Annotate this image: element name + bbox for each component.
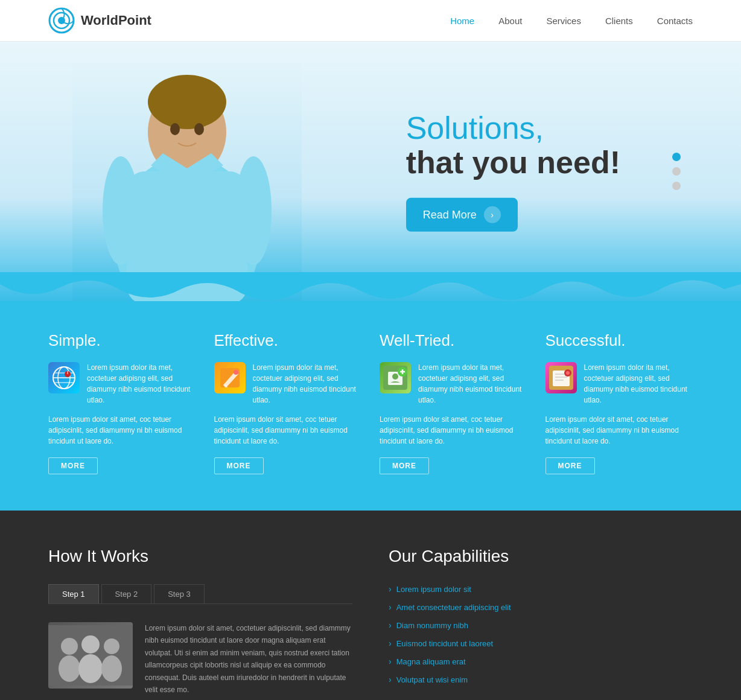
main-nav: Home About Services Clients Contacts <box>450 16 693 26</box>
bottom-section: How It Works Step 1 Step 2 Step 3 <box>0 511 741 700</box>
read-more-label: Read More <box>423 209 477 221</box>
svg-point-37 <box>101 655 122 682</box>
nav-about[interactable]: About <box>498 16 522 26</box>
arrow-icon-5: › <box>389 657 392 666</box>
how-it-works: How It Works Step 1 Step 2 Step 3 <box>48 547 352 696</box>
brush-icon <box>214 362 246 393</box>
step-content: Lorem ipsum dolor sit amet, coctetuer ad… <box>48 622 352 696</box>
cap-link-5[interactable]: Magna aliquam erat <box>396 657 466 666</box>
capabilities: Our Capabilities › Lorem ipsum dolor sit… <box>389 547 693 696</box>
hero-tear <box>0 272 741 301</box>
features-grid: Simple. Lorem ipsum dolor ita met, cocte… <box>48 331 693 474</box>
man-svg <box>91 54 284 301</box>
hero-illustration <box>72 54 302 301</box>
globe-icon <box>48 362 80 393</box>
dot-2[interactable] <box>672 167 681 176</box>
hero-title-sub: that you need! <box>406 145 620 180</box>
feature-text-4: Lorem ipsum dolor ita met, coctetuer adi… <box>584 362 693 406</box>
svg-point-32 <box>61 638 78 655</box>
feature-effective: Effective. Lorem ipsum dolor ita met, co… <box>214 331 362 474</box>
feature-title-4: Successful. <box>545 331 693 350</box>
cap-link-3[interactable]: Diam nonummy nibh <box>396 621 468 630</box>
capabilities-list: › Lorem ipsum dolor sit › Amet consectet… <box>389 584 693 684</box>
arrow-icon-6: › <box>389 675 392 684</box>
nav-contacts[interactable]: Contacts <box>657 16 693 26</box>
svg-point-7 <box>170 123 180 135</box>
cap-item-5: › Magna aliquam erat <box>389 657 693 666</box>
arrow-icon-3: › <box>389 620 392 630</box>
slider-dots <box>672 153 681 190</box>
dot-1[interactable] <box>672 153 681 161</box>
hero-content: Solutions, that you need! Read More › <box>406 111 620 232</box>
capabilities-title: Our Capabilities <box>389 547 693 566</box>
cap-item-1: › Lorem ipsum dolor sit <box>389 584 693 594</box>
feature-text-2: Lorem ipsum dolor ita met, coctetuer adi… <box>253 362 362 406</box>
hero-title-solutions: Solutions, <box>406 111 620 145</box>
step-tab-3[interactable]: Step 3 <box>154 584 205 603</box>
site-header: WorldPoint Home About Services Clients C… <box>0 0 741 42</box>
read-more-button[interactable]: Read More › <box>406 198 518 232</box>
chart-icon <box>545 362 577 393</box>
feature-text-3: Lorem ipsum dolor ita met, coctetuer adi… <box>418 362 527 406</box>
feature-text-1: Lorem ipsum dolor ita met, coctetuer adi… <box>87 362 196 406</box>
user-icon <box>380 362 411 393</box>
feature-title-1: Simple. <box>48 331 196 350</box>
nav-clients[interactable]: Clients <box>605 16 633 26</box>
arrow-icon-1: › <box>389 584 392 594</box>
svg-point-22 <box>392 374 398 380</box>
svg-point-11 <box>235 156 272 265</box>
cap-link-4[interactable]: Euismod tincidunt ut laoreet <box>396 639 493 648</box>
features-section: Simple. Lorem ipsum dolor ita met, cocte… <box>0 301 741 511</box>
cap-link-2[interactable]: Amet consectetuer adipiscing elit <box>396 603 511 612</box>
more-button-2[interactable]: MORE <box>214 457 264 474</box>
svg-point-35 <box>78 654 103 683</box>
feature-full-text-3: Lorem ipsum dolor sit amet, coc tetuer a… <box>380 414 527 447</box>
feature-title-3: Well-Tried. <box>380 331 527 350</box>
more-button-4[interactable]: MORE <box>545 457 595 474</box>
cap-item-6: › Volutpat ut wisi enim <box>389 675 693 684</box>
step-tab-2[interactable]: Step 2 <box>101 584 152 603</box>
arrow-icon-2: › <box>389 602 392 612</box>
step-image <box>48 622 133 689</box>
cap-item-4: › Euismod tincidunt ut laoreet <box>389 638 693 648</box>
feature-body-2: Lorem ipsum dolor ita met, coctetuer adi… <box>214 362 362 406</box>
feature-full-text-1: Lorem ipsum dolor sit amet, coc tetuer a… <box>48 414 196 447</box>
feature-full-text-2: Lorem ipsum dolor sit amet, coc tetuer a… <box>214 414 362 447</box>
steps-tabs: Step 1 Step 2 Step 3 <box>48 584 352 604</box>
cap-item-3: › Diam nonummy nibh <box>389 620 693 630</box>
feature-body-3: Lorem ipsum dolor ita met, coctetuer adi… <box>380 362 527 406</box>
svg-point-10 <box>103 156 139 265</box>
nav-services[interactable]: Services <box>546 16 581 26</box>
logo-text: WorldPoint <box>81 13 151 28</box>
svg-point-36 <box>104 638 119 654</box>
feature-simple: Simple. Lorem ipsum dolor ita met, cocte… <box>48 331 196 474</box>
svg-point-33 <box>59 655 80 682</box>
feature-body-4: Lorem ipsum dolor ita met, coctetuer adi… <box>545 362 693 406</box>
more-button-3[interactable]: MORE <box>380 457 429 474</box>
cap-item-2: › Amet consectetuer adipiscing elit <box>389 602 693 612</box>
svg-point-19 <box>234 370 238 375</box>
arrow-icon-4: › <box>389 638 392 648</box>
cap-link-1[interactable]: Lorem ipsum dolor sit <box>396 585 471 594</box>
cap-link-6[interactable]: Volutpat ut wisi enim <box>396 675 468 684</box>
logo[interactable]: WorldPoint <box>48 7 151 34</box>
feature-body-1: Lorem ipsum dolor ita met, coctetuer adi… <box>48 362 196 406</box>
more-button-1[interactable]: MORE <box>48 457 98 474</box>
feature-full-text-4: Lorem ipsum dolor sit amet, coc tetuer a… <box>545 414 693 447</box>
nav-home[interactable]: Home <box>450 16 474 26</box>
how-title: How It Works <box>48 547 352 566</box>
dot-3[interactable] <box>672 182 681 190</box>
svg-point-8 <box>194 123 204 135</box>
feature-welltried: Well-Tried. Lorem ipsum dolor ita met, c… <box>380 331 527 474</box>
logo-icon <box>48 7 75 34</box>
svg-point-30 <box>566 371 570 375</box>
hero-section: Solutions, that you need! Read More › <box>0 42 741 301</box>
step-tab-1[interactable]: Step 1 <box>48 584 99 603</box>
arrow-icon: › <box>484 206 501 223</box>
step-description: Lorem ipsum dolor sit amet, coctetuer ad… <box>145 622 352 696</box>
feature-successful: Successful. Lorem ipsum dolo <box>545 331 693 474</box>
feature-title-2: Effective. <box>214 331 362 350</box>
svg-point-34 <box>81 635 100 654</box>
svg-point-6 <box>148 75 226 129</box>
